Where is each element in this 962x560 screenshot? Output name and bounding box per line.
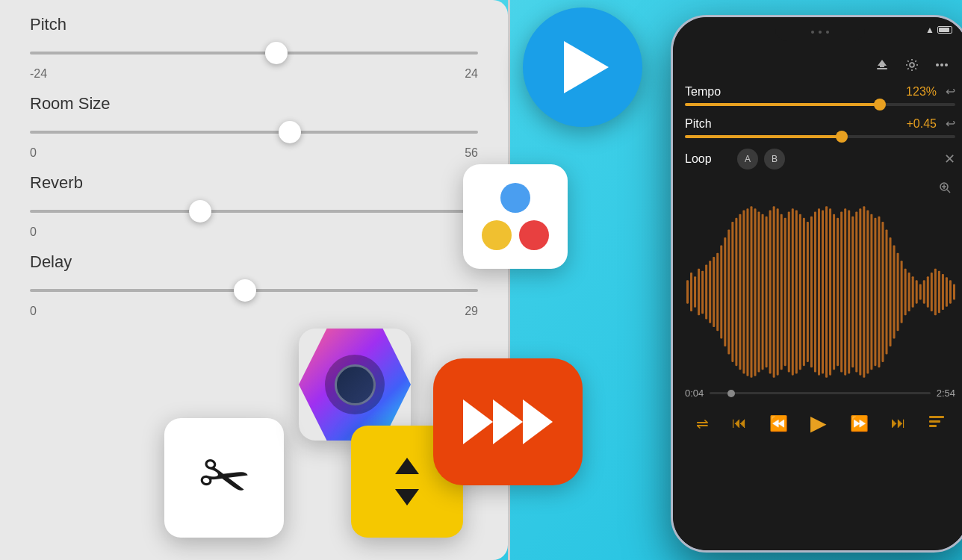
svg-rect-79 bbox=[938, 271, 940, 313]
svg-rect-38 bbox=[784, 218, 786, 366]
svg-rect-12 bbox=[686, 280, 689, 303]
next-button[interactable]: ⏭ bbox=[891, 414, 906, 432]
timeline: 0:04 2:54 bbox=[685, 388, 955, 399]
notch-dot-1 bbox=[811, 31, 814, 34]
svg-rect-52 bbox=[837, 218, 839, 366]
waveform-svg bbox=[685, 202, 955, 382]
phone-screen: ▲ bbox=[673, 17, 962, 550]
svg-rect-63 bbox=[878, 217, 880, 367]
pitch-reset-icon[interactable]: ↩ bbox=[946, 116, 955, 131]
roomsize-max: 56 bbox=[465, 146, 478, 160]
pitch-thumb[interactable] bbox=[265, 42, 288, 64]
delay-thumb[interactable] bbox=[234, 279, 256, 302]
pitch-max: 24 bbox=[465, 67, 478, 81]
loop-a-button[interactable]: A bbox=[737, 149, 758, 169]
sort-arrows-svg bbox=[377, 452, 437, 511]
svg-rect-80 bbox=[942, 274, 944, 310]
scissors-icon: ✂ bbox=[191, 438, 258, 517]
pitch-slider[interactable] bbox=[30, 42, 478, 64]
menu-list-button[interactable] bbox=[929, 416, 944, 431]
svg-marker-0 bbox=[395, 458, 419, 474]
pitch-min: -24 bbox=[30, 67, 47, 81]
capcut-icon[interactable]: ✂ bbox=[164, 418, 284, 538]
more-button[interactable] bbox=[931, 55, 952, 75]
svg-rect-36 bbox=[777, 208, 779, 375]
dots-grid bbox=[482, 183, 549, 250]
svg-rect-42 bbox=[799, 214, 801, 370]
svg-rect-84 bbox=[929, 416, 944, 418]
pitch-slider-phone[interactable] bbox=[685, 135, 955, 138]
svg-rect-27 bbox=[742, 210, 745, 373]
svg-rect-54 bbox=[844, 208, 846, 375]
fastforward-icon[interactable] bbox=[433, 358, 583, 485]
roomsize-min: 0 bbox=[30, 146, 37, 160]
svg-rect-39 bbox=[788, 212, 790, 373]
timeline-bar[interactable] bbox=[710, 392, 930, 394]
phone-notch bbox=[775, 23, 865, 41]
loop-close-icon[interactable]: ✕ bbox=[944, 151, 955, 167]
delay-slider[interactable] bbox=[30, 279, 478, 302]
waveform-display[interactable] bbox=[685, 202, 955, 382]
svg-rect-43 bbox=[803, 218, 805, 366]
camera-icon[interactable] bbox=[299, 329, 411, 441]
camera-inner bbox=[325, 355, 385, 414]
svg-marker-3 bbox=[878, 60, 887, 67]
pitch-slider-thumb[interactable] bbox=[836, 131, 848, 143]
svg-rect-72 bbox=[912, 276, 914, 308]
phone-toolbar bbox=[685, 55, 955, 75]
svg-rect-59 bbox=[863, 206, 865, 378]
gear-button[interactable] bbox=[902, 55, 922, 75]
upload-button[interactable] bbox=[872, 55, 893, 75]
battery-fill bbox=[939, 28, 949, 32]
play-button-icon[interactable] bbox=[523, 7, 642, 127]
reverb-track bbox=[30, 210, 478, 213]
reverb-label: Reverb bbox=[30, 173, 478, 193]
svg-rect-28 bbox=[746, 208, 748, 376]
loop-b-button[interactable]: B bbox=[764, 149, 785, 169]
svg-rect-30 bbox=[754, 208, 757, 376]
svg-rect-18 bbox=[709, 261, 711, 323]
svg-rect-22 bbox=[724, 237, 726, 346]
rewind-button[interactable]: ⏪ bbox=[769, 414, 788, 432]
svg-marker-1 bbox=[395, 489, 419, 505]
fastforward-button[interactable]: ⏩ bbox=[850, 414, 869, 432]
svg-rect-85 bbox=[929, 420, 940, 423]
dots-top-row bbox=[500, 183, 530, 213]
dot-blue bbox=[500, 183, 530, 213]
dots-bottom-row bbox=[482, 220, 549, 250]
svg-rect-65 bbox=[885, 230, 887, 355]
dot-red bbox=[519, 220, 549, 250]
notch-dot-2 bbox=[819, 31, 822, 34]
tempo-slider[interactable] bbox=[685, 103, 955, 106]
svg-rect-46 bbox=[814, 212, 816, 373]
svg-rect-23 bbox=[727, 230, 730, 355]
player-controls: ⇌ ⏮ ⏪ ▶ ⏩ ⏭ bbox=[685, 406, 955, 440]
play-triangle-icon bbox=[564, 41, 609, 93]
phone-pitch-label: Pitch bbox=[685, 117, 737, 131]
svg-rect-41 bbox=[795, 210, 798, 373]
pitch-control: Pitch -24 24 bbox=[30, 15, 478, 81]
tempo-slider-thumb[interactable] bbox=[874, 99, 886, 111]
svg-rect-66 bbox=[890, 237, 892, 346]
svg-rect-56 bbox=[851, 217, 854, 367]
zoom-button[interactable] bbox=[934, 177, 955, 198]
svg-rect-47 bbox=[818, 208, 820, 375]
phone-status-bar: ▲ bbox=[925, 25, 952, 35]
pitch-label: Pitch bbox=[30, 15, 478, 34]
tempo-reset-icon[interactable]: ↩ bbox=[946, 84, 955, 99]
roomsize-thumb[interactable] bbox=[279, 121, 301, 143]
reverb-slider[interactable] bbox=[30, 200, 478, 223]
ff-arrows-icon bbox=[463, 399, 553, 444]
play-pause-button[interactable]: ▶ bbox=[810, 411, 827, 435]
dots-app-icon[interactable] bbox=[463, 164, 568, 269]
prev-button[interactable]: ⏮ bbox=[732, 414, 747, 432]
svg-rect-49 bbox=[825, 206, 828, 378]
reverb-thumb[interactable] bbox=[189, 200, 211, 223]
repeat-button[interactable]: ⇌ bbox=[696, 414, 709, 432]
roomsize-slider[interactable] bbox=[30, 121, 478, 143]
roomsize-range: 0 56 bbox=[30, 146, 478, 160]
svg-rect-19 bbox=[713, 257, 715, 327]
delay-control: Delay 0 29 bbox=[30, 252, 478, 318]
delay-min: 0 bbox=[30, 305, 37, 318]
svg-rect-74 bbox=[919, 284, 922, 300]
